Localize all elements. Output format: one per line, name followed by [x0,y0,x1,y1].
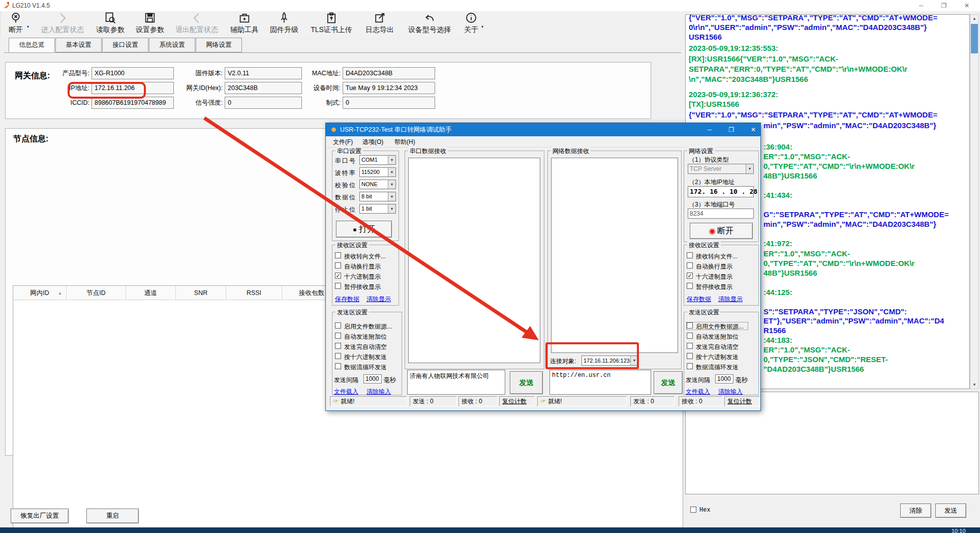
checkbox-row[interactable]: 发送完自动清空 [687,343,748,350]
checkbox[interactable] [335,322,341,329]
tab-5[interactable]: 网络设置 [196,38,242,52]
toolbar-item-5[interactable]: 退出配置状态 [170,11,223,37]
checkbox[interactable] [687,262,693,269]
tab-4[interactable]: 系统设置 [149,38,195,52]
checkbox-row[interactable]: 数据流循环发送 [687,363,748,370]
scroll-thumb[interactable] [971,24,978,53]
checkbox-row[interactable]: 自动发送附加位 [335,333,396,340]
hex-checkbox[interactable] [690,507,696,513]
checkbox-row[interactable]: 暂停接收显示 [335,283,396,290]
serial-row-combo[interactable]: 8 bit▼ [359,192,396,201]
send-interval-input[interactable]: 1000 [363,374,382,383]
checkbox[interactable] [687,322,693,329]
link-文件载入[interactable]: 文件载入 [686,388,710,396]
network-disconnect-button[interactable]: ◉ 断开 [690,223,753,239]
checkbox[interactable] [335,343,341,349]
checkbox-row[interactable]: ✓十六进制显示 [687,273,748,280]
log-clear-button[interactable]: 清除 [900,504,931,518]
toolbar-item-10[interactable]: 设备型号选择 [401,11,458,37]
scroll-down-icon[interactable]: ▼ [970,382,978,387]
toolbar-item-2[interactable]: 进入配置状态 [36,11,89,37]
network-send-input[interactable]: http://en.usr.cn [549,370,651,395]
checkbox-row[interactable]: 自动换行显示 [687,262,748,270]
reset-counter-link[interactable]: 复位计数 [727,398,752,405]
checkbox[interactable] [687,353,693,359]
close-button[interactable]: ✕ [958,1,975,11]
link-清除显示[interactable]: 清除显示 [366,295,391,304]
tab-3[interactable]: 接口设置 [102,38,148,52]
link-清除显示[interactable]: 清除显示 [718,295,743,304]
toolbar-item-3[interactable]: 读取参数 [91,11,130,37]
toolbar-item-1[interactable]: 断开▾ [4,11,28,37]
checkbox-row[interactable]: 启用文件数据源... [687,322,748,330]
checkbox-row[interactable]: 数据流循环发送 [335,363,396,370]
usr-close-button[interactable]: ✕ [743,123,763,136]
checkbox-row[interactable]: 自动换行显示 [335,262,396,270]
reboot-button[interactable]: 重启 [86,509,139,523]
toolbar-item-8[interactable]: TLS证书上传 [304,11,358,37]
toolbar-item-9[interactable]: 日志导出 [359,11,400,37]
checkbox[interactable] [335,353,341,359]
scroll-up-icon[interactable]: ▲ [970,16,978,21]
usr-menu-2[interactable]: 选项(O) [362,138,383,146]
checkbox-row[interactable]: 接收转向文件... [687,252,748,259]
checkbox-row[interactable]: 按十六进制发送 [687,353,748,360]
chevron-down-icon[interactable]: ▼ [388,180,395,189]
chevron-down-icon[interactable]: ▼ [388,168,395,176]
checkbox[interactable]: ✓ [335,273,341,279]
toolbar-item-7[interactable]: 固件升级 [265,11,303,37]
toolbar-item-6[interactable]: 辅助工具 [225,11,264,37]
link-清除输入[interactable]: 清除输入 [718,388,743,396]
link-保存数据[interactable]: 保存数据 [687,295,711,304]
usr-minimize-button[interactable]: ─ [699,123,720,136]
checkbox-row[interactable]: ✓十六进制显示 [335,273,396,280]
log-send-button[interactable]: 发送 [935,504,966,518]
chevron-down-icon[interactable]: ▼ [388,204,395,213]
checkbox-row[interactable]: 接收转向文件... [335,252,396,259]
minimize-button[interactable]: ─ [912,1,930,11]
usr-titlebar[interactable]: ☻ USR-TCP232-Test 串口转网络调试助手 ─ ❐ ✕ [326,123,760,136]
checkbox-row[interactable]: 启用文件数据源... [335,322,396,330]
local-ip-input[interactable]: 172. 16 . 10 . 28 [688,186,754,197]
checkbox[interactable] [687,252,693,258]
send-interval-input[interactable]: 1000 [715,374,733,383]
chevron-down-icon[interactable]: ▼ [388,156,395,164]
checkbox[interactable] [335,363,341,369]
network-send-button[interactable]: 发送 [654,371,683,394]
link-文件载入[interactable]: 文件载入 [334,388,358,396]
serial-send-input[interactable]: 济南有人物联网技术有限公司 [407,370,505,395]
serial-receive-area[interactable] [408,158,540,363]
connect-target-combo[interactable]: 172.16.11.206:1234▼ [581,356,638,366]
checkbox-row[interactable]: 暂停接收显示 [687,283,748,290]
log-scrollbar[interactable]: ▲ ▼ [970,14,979,389]
checkbox[interactable] [335,333,341,339]
tab-1[interactable]: 信息总览 [9,38,55,52]
tab-2[interactable]: 基本设置 [55,38,102,52]
checkbox[interactable] [687,333,693,339]
hex-checkbox-row[interactable]: Hex [690,507,721,514]
checkbox-row[interactable]: 按十六进制发送 [335,353,396,360]
usr-menu-3[interactable]: 帮助(H) [394,138,415,146]
network-receive-area[interactable] [551,158,678,353]
checkbox-row[interactable]: 发送完自动清空 [335,343,396,350]
toolbar-item-11[interactable]: 关于▾ [460,11,482,37]
reset-counter-link[interactable]: 复位计数 [502,398,527,405]
serial-row-combo[interactable]: 115200▼ [359,167,396,177]
serial-row-combo[interactable]: NONE▼ [359,180,396,189]
usr-menu-1[interactable]: 文件(F) [333,138,353,146]
checkbox[interactable] [687,283,693,289]
link-保存数据[interactable]: 保存数据 [335,295,359,304]
serial-open-button[interactable]: ● 打开 [336,221,392,238]
usr-maximize-button[interactable]: ❐ [721,123,742,136]
local-port-input[interactable]: 8234 [688,209,754,219]
caret-down-icon[interactable]: ▾ [27,24,29,29]
checkbox[interactable] [687,363,693,369]
maximize-button[interactable]: ❐ [935,1,953,11]
chevron-down-icon[interactable]: ▼ [388,192,395,201]
column-header-5[interactable]: RSSI [226,286,282,300]
checkbox[interactable] [335,252,341,258]
serial-row-combo[interactable]: COM1▼ [359,155,396,165]
checkbox[interactable]: ✓ [687,273,693,279]
checkbox[interactable] [335,283,341,289]
chevron-down-icon[interactable]: ▼ [630,356,638,365]
